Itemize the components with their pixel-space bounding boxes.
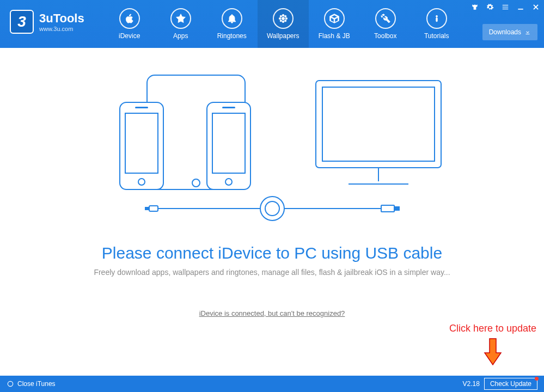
apple-icon	[119, 8, 140, 29]
svg-point-2	[282, 21, 284, 23]
app-logo: 3	[10, 10, 34, 34]
header: 3 3uTools www.3u.com iDevice Apps	[0, 0, 544, 48]
app-url: www.3u.com	[39, 26, 84, 32]
svg-rect-22	[135, 107, 148, 108]
window-controls	[470, 2, 541, 12]
close-itunes-button[interactable]: Close iTunes	[7, 380, 56, 388]
svg-rect-26	[222, 107, 235, 108]
nav-label: Ringtones	[217, 32, 247, 40]
version-label: V2.18	[463, 380, 480, 388]
flower-icon	[273, 8, 294, 29]
downloads-label: Downloads	[489, 28, 521, 36]
menu-icon[interactable]	[500, 2, 510, 12]
svg-point-9	[436, 15, 437, 17]
check-update-label: Check Update	[490, 380, 531, 388]
skin-icon[interactable]	[470, 2, 480, 12]
bell-icon	[222, 8, 242, 29]
footer: Close iTunes V2.18 Check Update	[0, 376, 544, 392]
callout-text: Click here to update	[449, 323, 536, 334]
nav-ringtones[interactable]: Ringtones	[206, 0, 258, 48]
nav-label: Apps	[173, 32, 188, 40]
svg-point-3	[279, 17, 281, 20]
svg-rect-23	[207, 102, 250, 189]
info-icon	[426, 8, 447, 29]
nav-label: Toolbox	[374, 32, 396, 40]
nav-label: iDevice	[119, 32, 140, 40]
svg-point-1	[282, 14, 284, 16]
nav-wallpapers[interactable]: Wallpapers	[258, 0, 309, 48]
svg-point-4	[285, 17, 288, 20]
close-itunes-label: Close iTunes	[17, 380, 56, 388]
downloads-button[interactable]: Downloads	[482, 24, 537, 40]
close-icon[interactable]	[531, 2, 541, 12]
main-content: Please connect iDevice to PC using USB c…	[0, 48, 544, 376]
svg-point-5	[280, 15, 282, 17]
svg-rect-36	[145, 207, 149, 210]
svg-point-6	[284, 15, 286, 17]
nav-flash-jb[interactable]: Flash & JB	[309, 0, 360, 48]
svg-point-39	[8, 381, 13, 386]
box-icon	[324, 8, 345, 29]
brand-block: 3 3uTools www.3u.com	[0, 0, 94, 34]
nav-label: Flash & JB	[319, 32, 350, 40]
svg-rect-35	[149, 206, 158, 211]
minimize-icon[interactable]	[516, 2, 525, 12]
headline: Please connect iDevice to PC using USB c…	[0, 244, 544, 262]
update-badge-icon	[535, 377, 539, 381]
svg-point-31	[260, 197, 284, 220]
nav-label: Tutorials	[424, 32, 449, 40]
nav-idevice[interactable]: iDevice	[104, 0, 155, 48]
nav-label: Wallpapers	[267, 32, 299, 40]
arrow-down-icon	[484, 338, 502, 366]
help-link[interactable]: iDevice is connected, but can't be recog…	[0, 309, 544, 317]
svg-rect-10	[436, 17, 437, 22]
nav-tutorials[interactable]: Tutorials	[411, 0, 462, 48]
svg-rect-27	[316, 81, 441, 168]
svg-rect-12	[503, 7, 509, 7]
app-logo-char: 3	[17, 13, 26, 30]
tools-icon	[375, 8, 396, 29]
callout: Click here to update	[449, 323, 536, 368]
svg-rect-19	[120, 102, 163, 189]
subline: Freely download apps, wallpapers and rin…	[0, 268, 544, 277]
nav-apps[interactable]: Apps	[155, 0, 206, 48]
svg-rect-13	[503, 9, 509, 9]
svg-point-7	[280, 20, 282, 22]
check-update-button[interactable]: Check Update	[484, 378, 537, 390]
svg-point-0	[282, 17, 284, 20]
svg-rect-38	[394, 206, 400, 211]
svg-rect-28	[322, 87, 435, 161]
svg-rect-11	[503, 5, 509, 5]
connect-illustration	[87, 70, 457, 228]
svg-point-32	[265, 201, 279, 216]
svg-rect-37	[381, 205, 394, 212]
top-nav: iDevice Apps Ringtones Wallpapers	[104, 0, 462, 48]
gear-icon[interactable]	[485, 2, 495, 12]
download-icon	[524, 29, 531, 35]
svg-point-18	[192, 179, 200, 187]
svg-rect-14	[518, 9, 523, 10]
appstore-icon	[170, 8, 191, 29]
nav-toolbox[interactable]: Toolbox	[360, 0, 411, 48]
app-title: 3uTools	[39, 11, 84, 26]
svg-point-8	[284, 20, 286, 22]
circle-icon	[7, 380, 14, 388]
